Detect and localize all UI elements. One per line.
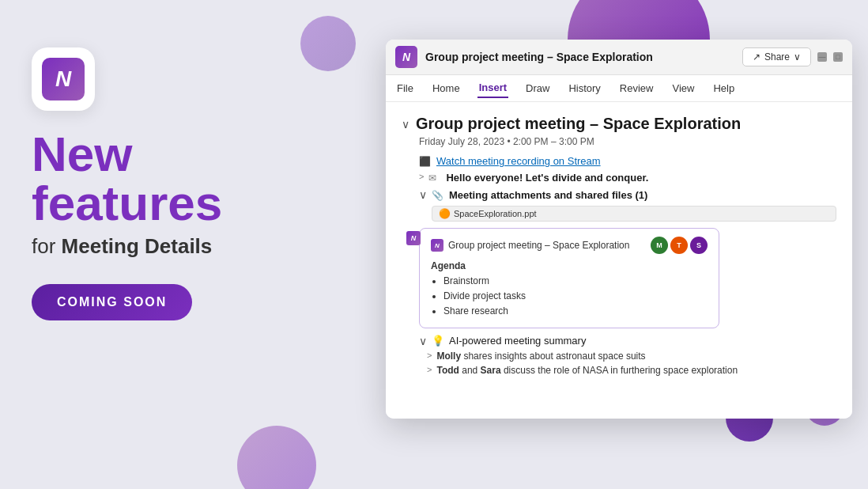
share-label: Share bbox=[764, 51, 790, 63]
headline-line2: features bbox=[32, 179, 316, 228]
collapse-icon[interactable]: ∨ bbox=[402, 118, 409, 131]
onenote-app-icon: N bbox=[32, 47, 95, 111]
expand-hello-icon[interactable]: > bbox=[419, 172, 424, 181]
subtitle: for Meeting Details bbox=[32, 234, 316, 259]
menu-review[interactable]: Review bbox=[618, 79, 655, 97]
onenote-window: N Group project meeting – Space Explorat… bbox=[386, 40, 852, 419]
summary-rest-1: shares insights about astronaut space su… bbox=[461, 351, 645, 362]
meeting-title-row: ∨ Group project meeting – Space Explorat… bbox=[402, 115, 836, 133]
maximize-button[interactable]: □ bbox=[833, 52, 843, 62]
hello-row: > ✉ Hello everyone! Let's divide and con… bbox=[419, 172, 836, 184]
expand-summary2-icon[interactable]: > bbox=[427, 365, 432, 374]
summary-row-2: > Todd and Sara discuss the role of NASA… bbox=[427, 365, 836, 376]
menu-history[interactable]: History bbox=[567, 79, 602, 97]
meeting-date: Friday July 28, 2023 • 2:00 PM – 3:00 PM bbox=[419, 136, 836, 147]
summary-bold-2b: Sara bbox=[481, 365, 501, 376]
summary-text-2: Todd and Sara discuss the role of NASA i… bbox=[436, 365, 738, 376]
menu-view[interactable]: View bbox=[670, 79, 696, 97]
summary-bold-1: Molly bbox=[436, 351, 461, 362]
menu-draw[interactable]: Draw bbox=[524, 79, 551, 97]
meeting-card: N Group project meeting – Space Explorat… bbox=[419, 228, 719, 328]
watch-link[interactable]: Watch meeting recording on Stream bbox=[436, 155, 601, 167]
minimize-button[interactable]: — bbox=[817, 52, 827, 62]
avatar-group: M T S bbox=[651, 237, 708, 254]
title-left: N Group project meeting – Space Explorat… bbox=[395, 46, 653, 68]
ai-label: AI-powered meeting summary bbox=[449, 335, 586, 347]
headline: New features bbox=[32, 130, 316, 228]
menu-help[interactable]: Help bbox=[711, 79, 736, 97]
left-panel: N New features for Meeting Details COMIN… bbox=[32, 47, 316, 320]
expand-summary1-icon[interactable]: > bbox=[427, 351, 432, 360]
attach-icon: 📎 bbox=[432, 190, 444, 201]
ppt-icon: 🟠 bbox=[439, 208, 451, 219]
share-button[interactable]: ↗ Share ∨ bbox=[742, 47, 811, 66]
summary-row-1: > Molly shares insights about astronaut … bbox=[427, 351, 836, 362]
summary-rest-2: discuss the role of NASA in furthering s… bbox=[501, 365, 738, 376]
menu-bar: File Home Insert Draw History Review Vie… bbox=[386, 75, 852, 102]
window-title: Group project meeting – Space Exploratio… bbox=[425, 51, 653, 63]
deco-circle-bottom bbox=[237, 426, 316, 489]
share-icon: ↗ bbox=[753, 51, 760, 63]
menu-file[interactable]: File bbox=[395, 79, 415, 97]
share-chevron-icon: ∨ bbox=[794, 51, 801, 63]
card-content: Agenda Brainstorm Divide project tasks S… bbox=[431, 260, 708, 320]
content-area: ∨ Group project meeting – Space Explorat… bbox=[386, 102, 852, 419]
meeting-main-title: Group project meeting – Space Exploratio… bbox=[416, 115, 741, 133]
email-icon: ✉ bbox=[428, 172, 441, 184]
agenda-list: Brainstorm Divide project tasks Share re… bbox=[431, 274, 708, 320]
menu-insert[interactable]: Insert bbox=[477, 78, 508, 98]
avatar-molly: M bbox=[651, 237, 668, 254]
summary-bold-2a: Todd bbox=[436, 365, 459, 376]
ppt-file-badge[interactable]: 🟠 SpaceExploration.ppt bbox=[432, 206, 836, 222]
subtitle-bold: Meeting Details bbox=[62, 234, 213, 258]
agenda-title: Agenda bbox=[431, 260, 708, 271]
card-title-text: Group project meeting – Space Exploratio… bbox=[448, 240, 629, 251]
card-header: N Group project meeting – Space Explorat… bbox=[431, 237, 708, 254]
ai-label-row: ∨ 💡 AI-powered meeting summary bbox=[419, 335, 836, 347]
attachments-label: Meeting attachments and shared files (1) bbox=[449, 189, 647, 201]
ppt-filename: SpaceExploration.ppt bbox=[454, 209, 537, 218]
coming-soon-button[interactable]: COMING SOON bbox=[32, 284, 192, 320]
window-titlebar: N Group project meeting – Space Explorat… bbox=[386, 40, 852, 75]
avatar-sara: S bbox=[690, 237, 708, 254]
headline-line1: New bbox=[32, 130, 316, 179]
window-controls: ↗ Share ∨ — □ bbox=[742, 47, 843, 66]
ai-summary-section: ∨ 💡 AI-powered meeting summary > Molly s… bbox=[419, 335, 836, 376]
watch-recording-row: ⬛ Watch meeting recording on Stream bbox=[419, 155, 836, 167]
subtitle-prefix: for bbox=[32, 234, 62, 258]
collapse-attachments-icon[interactable]: ∨ bbox=[419, 188, 427, 201]
agenda-item-1: Brainstorm bbox=[443, 274, 708, 289]
ai-lightbulb-icon: 💡 bbox=[432, 335, 444, 347]
recording-icon: ⬛ bbox=[419, 156, 432, 167]
onenote-side-mini: N bbox=[406, 231, 421, 245]
hello-text: Hello everyone! Let's divide and conquer… bbox=[446, 172, 648, 184]
onenote-card-side-icon-wrapper: N bbox=[406, 231, 421, 245]
attachments-row: ∨ 📎 Meeting attachments and shared files… bbox=[419, 188, 836, 201]
summary-text-1: Molly shares insights about astronaut sp… bbox=[436, 351, 645, 362]
menu-home[interactable]: Home bbox=[431, 79, 462, 97]
card-title-row: N Group project meeting – Space Explorat… bbox=[431, 239, 629, 252]
onenote-logo-letter: N bbox=[42, 58, 85, 100]
agenda-item-3: Share research bbox=[443, 304, 708, 319]
avatar-todd: T bbox=[670, 237, 688, 254]
summary-connector: and bbox=[459, 365, 481, 376]
onenote-mini-logo: N bbox=[395, 46, 417, 68]
agenda-item-2: Divide project tasks bbox=[443, 289, 708, 304]
card-onenote-logo: N bbox=[431, 239, 443, 252]
card-container-row: N N Group project meeting – Space Explor… bbox=[419, 228, 836, 328]
collapse-ai-icon[interactable]: ∨ bbox=[419, 335, 427, 347]
